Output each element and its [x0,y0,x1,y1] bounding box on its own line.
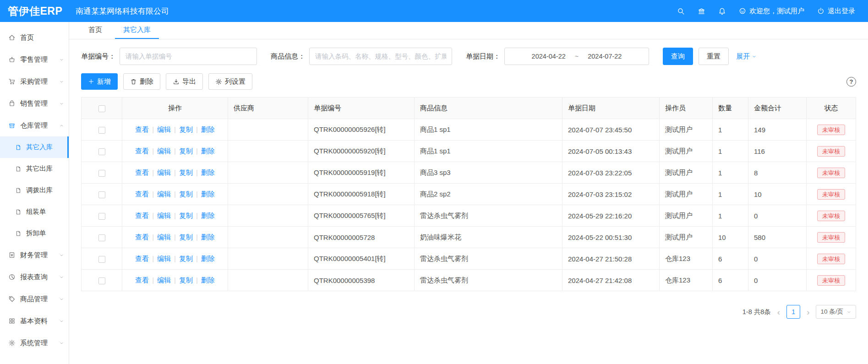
page-size-select[interactable]: 10 条/页 [816,305,856,319]
help-icon[interactable]: ? [846,77,856,87]
action-delete-link[interactable]: 删除 [201,276,215,284]
page-number-button[interactable]: 1 [786,305,800,319]
app-logo: 管伊佳ERP [0,4,69,18]
sidebar-item-system[interactable]: 系统管理 [0,332,69,354]
sidebar-item-goods[interactable]: 商品管理 [0,288,69,310]
cell-product-info: 奶油味爆米花 [415,227,562,248]
action-copy-link[interactable]: 复制 [179,125,193,133]
action-edit-link[interactable]: 编辑 [157,168,171,176]
row-checkbox[interactable] [98,277,105,284]
export-button[interactable]: 导出 [166,73,203,90]
prev-page-button[interactable]: ‹ [776,308,781,316]
top-header: 管伊佳ERP 南通某某网络科技有限公司 欢迎您，测试用户 退出登录 [0,0,868,22]
sidebar-item-other-inbound[interactable]: 其它入库 [0,136,69,158]
sidebar-item-home[interactable]: 首页 [0,27,69,49]
column-header: 金额合计 [748,98,807,119]
sidebar-item-warehouse[interactable]: 仓库管理 [0,114,69,136]
action-delete-link[interactable]: 删除 [201,255,215,262]
row-checkbox[interactable] [98,191,105,198]
delete-button[interactable]: 删除 [123,73,160,90]
action-delete-link[interactable]: 删除 [201,233,215,241]
action-delete-link[interactable]: 删除 [201,190,215,198]
sidebar-item-label: 拆卸单 [26,229,46,238]
action-copy-link[interactable]: 复制 [179,147,193,155]
action-view-link[interactable]: 查看 [135,276,149,284]
action-edit-link[interactable]: 编辑 [157,212,171,219]
row-checkbox[interactable] [98,148,105,155]
row-checkbox[interactable] [98,213,105,220]
action-edit-link[interactable]: 编辑 [157,276,171,284]
row-checkbox[interactable] [98,170,105,177]
action-edit-link[interactable]: 编辑 [157,233,171,241]
action-delete-link[interactable]: 删除 [201,125,215,133]
toolbar: 新增 删除 导出 列设置 ? [81,73,856,90]
column-settings-button[interactable]: 列设置 [208,73,252,90]
action-copy-link[interactable]: 复制 [179,233,193,241]
sidebar-item-label: 报表查询 [20,273,48,282]
date-range-picker[interactable]: 2024-04-22 ~ 2024-07-22 [504,48,649,65]
action-view-link[interactable]: 查看 [135,255,149,262]
next-page-button[interactable]: › [806,308,810,316]
cell-amount-total: 0 [748,270,807,291]
bank-icon[interactable] [698,7,705,15]
cell-bill-date: 2024-04-27 21:50:28 [562,248,660,270]
action-edit-link[interactable]: 编辑 [157,125,171,133]
sidebar-item-assembly[interactable]: 组装单 [0,201,69,223]
bell-icon[interactable] [718,7,726,15]
logout-button[interactable]: 退出登录 [817,7,855,16]
sidebar-item-retail[interactable]: 零售管理 [0,49,69,71]
chevron-down-icon [59,79,64,84]
sidebar-item-transfer-outbound[interactable]: 调拨出库 [0,179,69,201]
action-copy-link[interactable]: 复制 [179,190,193,198]
action-view-link[interactable]: 查看 [135,212,149,219]
reset-button[interactable]: 重置 [699,48,729,65]
action-copy-link[interactable]: 复制 [179,212,193,219]
row-checkbox[interactable] [98,234,105,241]
sidebar-item-report[interactable]: 报表查询 [0,266,69,288]
action-view-link[interactable]: 查看 [135,190,149,198]
action-view-link[interactable]: 查看 [135,147,149,155]
tab-other-inbound[interactable]: 其它入库 [115,22,159,39]
pagination: 1-8 共8条 ‹ 1 › 10 条/页 [81,305,856,319]
chevron-down-icon [59,341,64,346]
product-info-input[interactable] [309,48,452,65]
action-edit-link[interactable]: 编辑 [157,147,171,155]
sidebar-item-sales[interactable]: 销售管理 [0,92,69,114]
search-icon[interactable] [677,7,685,15]
action-edit-link[interactable]: 编辑 [157,190,171,198]
sidebar-item-label: 财务管理 [20,251,48,260]
status-badge: 未审核 [817,168,845,178]
action-copy-link[interactable]: 复制 [179,255,193,262]
action-view-link[interactable]: 查看 [135,125,149,133]
action-separator: | [196,190,198,198]
table-row: 查看|编辑|复制|删除QTRK00000005765[转]雷达杀虫气雾剂2024… [82,205,856,227]
sidebar-item-other-outbound[interactable]: 其它出库 [0,158,69,179]
action-edit-link[interactable]: 编辑 [157,255,171,262]
finance-icon [8,251,16,259]
row-checkbox[interactable] [98,127,105,134]
add-button[interactable]: 新增 [81,73,118,90]
bill-no-input[interactable] [120,48,257,65]
action-view-link[interactable]: 查看 [135,168,149,176]
sidebar-item-disassembly[interactable]: 拆卸单 [0,223,69,244]
sidebar-submenu-warehouse: 其它入库其它出库调拨出库组装单拆卸单 [0,136,69,244]
sidebar-item-basic[interactable]: 基本资料 [0,310,69,332]
action-delete-link[interactable]: 删除 [201,212,215,219]
status-badge: 未审核 [817,146,845,157]
action-delete-link[interactable]: 删除 [201,168,215,176]
tab-home[interactable]: 首页 [80,22,110,39]
action-copy-link[interactable]: 复制 [179,276,193,284]
sidebar-item-finance[interactable]: 财务管理 [0,244,69,266]
action-delete-link[interactable]: 删除 [201,147,215,155]
filter-bar: 单据编号： 商品信息： 单据日期： 2024-04-22 ~ 2024-07-2… [81,48,856,65]
row-checkbox[interactable] [98,256,105,263]
cell-supplier [228,205,308,227]
sidebar-item-purchase[interactable]: 采购管理 [0,71,69,92]
action-view-link[interactable]: 查看 [135,233,149,241]
select-all-checkbox[interactable] [98,105,105,112]
search-button[interactable]: 查询 [663,48,693,65]
welcome-user[interactable]: 欢迎您，测试用户 [739,7,804,16]
action-copy-link[interactable]: 复制 [179,168,193,176]
row-actions: 查看|编辑|复制|删除 [122,119,228,141]
expand-filters-link[interactable]: 展开 [736,52,757,61]
